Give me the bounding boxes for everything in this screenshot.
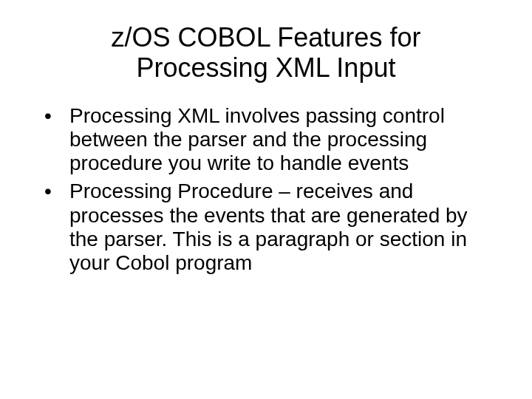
slide-body: Processing XML involves passing control … (30, 104, 502, 275)
slide-title: z/OS COBOL Features for Processing XML I… (74, 22, 458, 83)
list-item: Processing XML involves passing control … (44, 104, 495, 176)
bullet-list: Processing XML involves passing control … (30, 104, 502, 275)
slide: z/OS COBOL Features for Processing XML I… (0, 0, 532, 399)
list-item: Processing Procedure – receives and proc… (44, 180, 495, 275)
